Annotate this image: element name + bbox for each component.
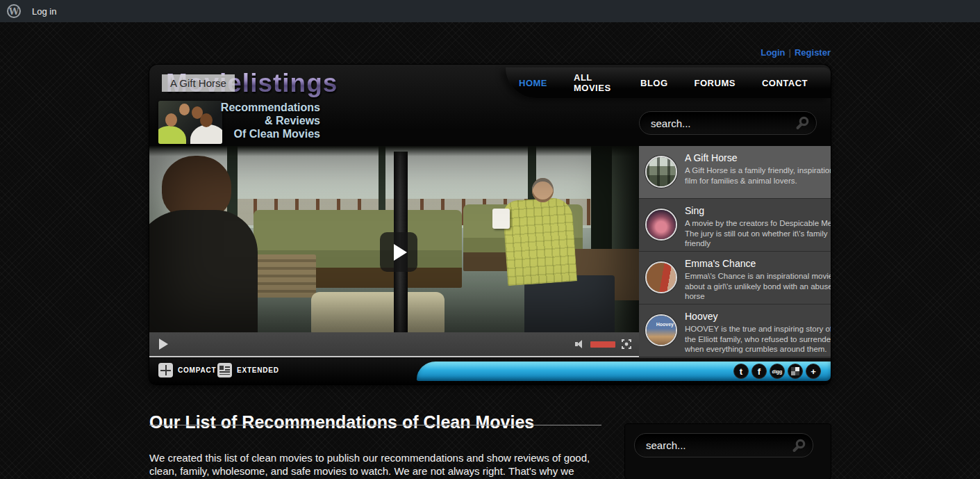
volume-slider[interactable] [590, 341, 615, 348]
control-play-icon[interactable] [159, 339, 168, 350]
photo-figure [165, 113, 177, 127]
search-icon[interactable] [795, 115, 810, 131]
playlist-thumbnail [645, 156, 677, 188]
page-title: Our List of Recommendations of Clean Mov… [149, 412, 534, 432]
photo-figure [158, 126, 186, 144]
compact-label: COMPACT [178, 366, 216, 374]
playlist-title: Emma's Chance [685, 258, 831, 269]
wp-admin-bar: W Log in [0, 0, 980, 22]
twitter-icon[interactable]: t [733, 364, 749, 379]
blue-stripe: t f digg + [417, 362, 831, 381]
nav-item-forums[interactable]: FORUMS [681, 78, 749, 88]
extended-view-button[interactable]: EXTENDED [217, 363, 279, 377]
thumbnail-watermark: Hoovey [656, 322, 674, 327]
tagline-line: Recommendations [191, 101, 320, 114]
sidebar-search-widget [625, 424, 831, 479]
playlist-thumbnail: Hoovey [645, 314, 677, 346]
nav-item-blog[interactable]: BLOG [627, 78, 681, 88]
volume-icon[interactable] [575, 339, 585, 349]
play-button[interactable] [380, 232, 417, 272]
playlist-description: A movie by the creators fo Despicable Me… [685, 218, 831, 249]
video-title-overlay: A Gift Horse [162, 74, 235, 92]
link-separator: | [789, 47, 791, 58]
page: W Log in Login|Register Movielistings Re… [0, 0, 980, 479]
playlist-description: A Gift Horse is a family friendly, inspi… [685, 165, 831, 186]
video-playlist: A Gift Horse A Gift Horse is a family fr… [639, 146, 831, 358]
play-icon [394, 244, 407, 261]
playlist-item[interactable]: Emma's Chance Emma\'s Chance is an inspi… [639, 252, 831, 305]
register-link[interactable]: Register [795, 47, 831, 58]
extended-list-icon [217, 363, 232, 377]
playlist-item[interactable]: Hoovey Hoovey HOOVEY is the true and ins… [639, 305, 831, 357]
playlist-description: Emma\'s Chance is an inspirational movie… [685, 271, 831, 302]
admin-login-link[interactable]: Log in [32, 6, 56, 17]
account-links: Login|Register [757, 47, 831, 58]
facebook-icon[interactable]: f [751, 364, 767, 379]
player-bottom-bar: COMPACT EXTENDED t f digg + [149, 358, 831, 384]
wordpress-logo-icon[interactable]: W [7, 4, 21, 18]
main-wrapper: Movielistings Recommendations & Reviews … [149, 65, 831, 384]
playlist-item[interactable]: Sing A movie by the creators fo Despicab… [639, 199, 831, 252]
playlist-item[interactable]: A Gift Horse A Gift Horse is a family fr… [639, 146, 831, 199]
playlist-description: HOOVEY is the true and inspiring story o… [685, 324, 831, 355]
sidebar-search-input[interactable] [635, 439, 791, 451]
digg-icon[interactable]: digg [770, 364, 785, 379]
playlist-thumbnail [645, 209, 677, 241]
search-icon[interactable] [791, 438, 806, 453]
playlist-title: Sing [685, 205, 831, 216]
nav-item-home[interactable]: HOME [506, 78, 560, 88]
paragraph-text: We created this list of clean movies to … [149, 452, 594, 479]
photo-figure [179, 104, 190, 115]
extended-label: EXTENDED [237, 366, 279, 374]
delicious-icon[interactable] [788, 364, 803, 379]
nav-item-contact[interactable]: CONTACT [749, 78, 821, 88]
main-navigation: HOME ALL MOVIES BLOG FORUMS CONTACT [506, 67, 831, 98]
fullscreen-icon[interactable] [621, 339, 632, 350]
tagline-line: Of Clean Movies [191, 127, 320, 140]
playlist-title: Hoovey [685, 311, 831, 322]
login-link[interactable]: Login [761, 47, 785, 58]
site-header: Movielistings Recommendations & Reviews … [149, 65, 831, 146]
video-controls [149, 332, 639, 356]
header-search [639, 111, 817, 135]
share-plus-icon[interactable]: + [806, 364, 821, 379]
compact-grid-icon [158, 363, 173, 377]
nav-item-all-movies[interactable]: ALL MOVIES [560, 72, 627, 93]
video-progress-bar[interactable] [149, 356, 639, 357]
playlist-thumbnail [645, 261, 677, 293]
compact-view-button[interactable]: COMPACT [158, 363, 216, 377]
sidebar-search [634, 433, 813, 457]
search-input[interactable] [640, 117, 795, 129]
site-tagline: Recommendations & Reviews Of Clean Movie… [191, 101, 320, 140]
heading-divider [149, 425, 601, 425]
playlist-title: A Gift Horse [685, 152, 831, 163]
tagline-line: & Reviews [191, 114, 320, 127]
intro-paragraph: We created this list of clean movies to … [149, 451, 609, 479]
social-icons: t f digg + [733, 364, 821, 379]
